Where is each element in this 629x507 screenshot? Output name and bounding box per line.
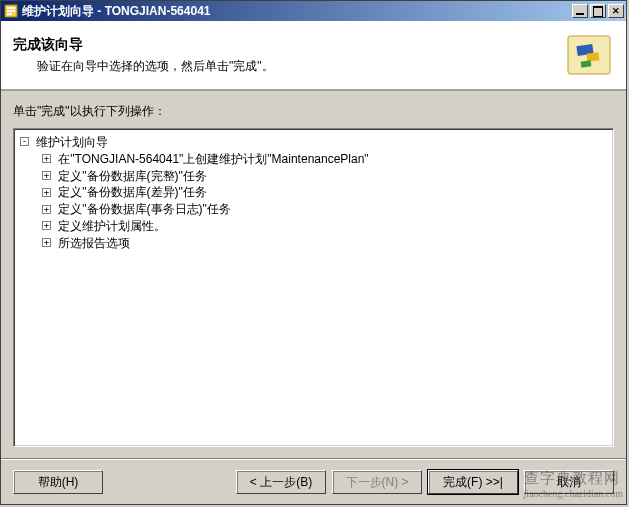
wizard-button-bar: 帮助(H) < 上一步(B) 下一步(N) > 完成(F) >>| 取消: [1, 459, 626, 504]
tree-item-label: 定义"备份数据库(差异)"任务: [58, 185, 207, 199]
summary-tree[interactable]: - 维护计划向导 + 在"TONGJIAN-564041"上创建维护计划"Mai…: [13, 128, 614, 447]
tree-root-node[interactable]: - 维护计划向导 + 在"TONGJIAN-564041"上创建维护计划"Mai…: [20, 133, 607, 251]
wizard-window: 维护计划向导 - TONGJIAN-564041 完成该向导 验证在向导中选择的…: [0, 0, 627, 505]
svg-rect-2: [7, 10, 15, 12]
minimize-button[interactable]: [572, 4, 588, 18]
tree-item-label: 定义"备份数据库(完整)"任务: [58, 168, 207, 182]
maximize-button[interactable]: [590, 4, 606, 18]
window-title: 维护计划向导 - TONGJIAN-564041: [22, 3, 570, 20]
page-subtitle: 验证在向导中选择的选项，然后单击"完成"。: [13, 58, 564, 75]
wizard-header-icon: [564, 30, 614, 80]
wizard-header-text: 完成该向导 验证在向导中选择的选项，然后单击"完成"。: [13, 36, 564, 75]
tree-item[interactable]: + 定义维护计划属性。: [42, 217, 607, 234]
expand-icon[interactable]: +: [42, 238, 51, 247]
expand-icon[interactable]: +: [42, 188, 51, 197]
expand-icon[interactable]: +: [42, 205, 51, 214]
wizard-header: 完成该向导 验证在向导中选择的选项，然后单击"完成"。: [1, 21, 626, 91]
tree-item[interactable]: + 定义"备份数据库(事务日志)"任务: [42, 200, 607, 217]
expand-icon[interactable]: +: [42, 221, 51, 230]
expand-icon[interactable]: +: [42, 171, 51, 180]
app-icon: [3, 3, 19, 19]
tree-item[interactable]: + 定义"备份数据库(差异)"任务: [42, 183, 607, 200]
finish-button[interactable]: 完成(F) >>|: [428, 470, 518, 494]
next-button: 下一步(N) >: [332, 470, 422, 494]
tree-item-label: 定义"备份数据库(事务日志)"任务: [58, 202, 231, 216]
tree-item[interactable]: + 在"TONGJIAN-564041"上创建维护计划"MaintenanceP…: [42, 150, 607, 167]
content-label: 单击"完成"以执行下列操作：: [13, 103, 614, 120]
tree-item-label: 所选报告选项: [58, 236, 130, 250]
cancel-button[interactable]: 取消: [524, 470, 614, 494]
svg-rect-3: [7, 13, 12, 15]
window-controls: [570, 4, 624, 18]
collapse-icon[interactable]: -: [20, 137, 29, 146]
expand-icon[interactable]: +: [42, 154, 51, 163]
tree-item[interactable]: + 所选报告选项: [42, 234, 607, 251]
back-button[interactable]: < 上一步(B): [236, 470, 326, 494]
svg-rect-6: [587, 52, 600, 62]
tree-item-label: 在"TONGJIAN-564041"上创建维护计划"MaintenancePla…: [58, 152, 368, 166]
wizard-content: 单击"完成"以执行下列操作： - 维护计划向导 + 在"TONGJIAN-564…: [1, 91, 626, 459]
titlebar: 维护计划向导 - TONGJIAN-564041: [1, 1, 626, 21]
tree-item-label: 定义维护计划属性。: [58, 219, 166, 233]
tree-item[interactable]: + 定义"备份数据库(完整)"任务: [42, 167, 607, 184]
help-button[interactable]: 帮助(H): [13, 470, 103, 494]
svg-rect-1: [7, 7, 15, 9]
close-button[interactable]: [608, 4, 624, 18]
page-title: 完成该向导: [13, 36, 564, 54]
tree-root-label: 维护计划向导: [36, 135, 108, 149]
